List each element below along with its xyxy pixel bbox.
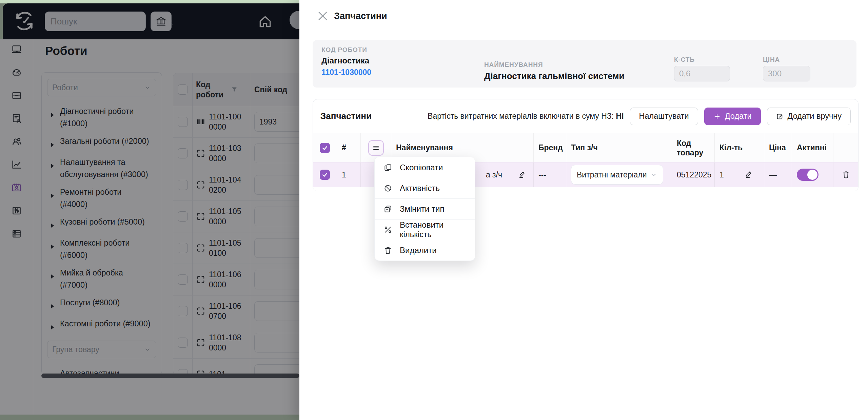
ban-icon — [383, 184, 392, 193]
drawer-title: Запчастини — [334, 11, 387, 21]
consumables-note: Вартість витратних матеріалів включати в… — [428, 112, 624, 121]
menu-item-delete[interactable]: Видалити — [375, 240, 475, 261]
edit-pencil-icon[interactable] — [744, 170, 753, 179]
section-title: Запчастини — [320, 111, 372, 121]
row-context-menu: Скопіювати Активність Змінити тип Встано… — [374, 157, 475, 261]
select-all-checkbox[interactable] — [320, 143, 330, 153]
column-header-index: # — [337, 133, 360, 162]
work-name-label: НАЙМЕНУВАННЯ — [484, 61, 674, 69]
row-checkbox[interactable] — [320, 170, 330, 180]
qty-label: К-СТЬ — [674, 56, 763, 63]
edit-pencil-icon[interactable] — [518, 170, 527, 179]
work-info-card: КОД РОБОТИ Діагностика 1101-1030000 НАЙМ… — [313, 40, 856, 88]
menu-item-set-quantity[interactable]: Встановити кількість — [375, 219, 475, 240]
part-name: а з/ч — [486, 170, 502, 179]
column-header-product-code: Код товару — [672, 133, 714, 162]
part-qty: 1 — [719, 170, 724, 179]
hamburger-icon — [372, 144, 380, 152]
work-code-link[interactable]: 1101-1030000 — [321, 68, 484, 77]
menu-item-change-type[interactable]: Змінити тип — [375, 198, 475, 219]
modal-backdrop[interactable] — [0, 3, 299, 420]
close-icon[interactable] — [316, 9, 329, 22]
column-header-type: Тип з/ч — [566, 133, 672, 162]
menu-item-copy[interactable]: Скопіювати — [375, 157, 475, 178]
row-index: 1 — [337, 163, 360, 187]
work-group-name: Діагностика — [321, 56, 484, 65]
column-header-brand: Бренд — [533, 133, 566, 162]
bulk-actions-menu-button[interactable] — [368, 140, 384, 156]
column-header-qty: Кіл-ть — [714, 133, 764, 162]
percent-icon — [383, 225, 392, 234]
edit-square-icon — [776, 113, 784, 120]
column-header-price: Ціна — [764, 133, 792, 162]
copy-icon — [383, 163, 392, 172]
part-price: — — [764, 163, 792, 187]
spare-parts-drawer: Запчастини КОД РОБОТИ Діагностика 1101-1… — [299, 0, 868, 420]
menu-item-activity[interactable]: Активність — [375, 178, 475, 198]
active-toggle[interactable] — [797, 169, 818, 181]
column-header-active: Активні — [792, 133, 833, 162]
plus-icon — [713, 113, 721, 120]
part-product-code: 05122025 — [672, 163, 714, 187]
spare-parts-header: Запчастини Вартість витратних матеріалів… — [313, 99, 858, 133]
work-code-label: КОД РОБОТИ — [321, 46, 484, 54]
configure-button[interactable]: Налаштувати — [630, 108, 698, 125]
qty-field — [674, 66, 730, 81]
chevron-down-icon — [650, 171, 657, 178]
work-name-value: Діагностика гальмівної системи — [484, 71, 674, 81]
add-button[interactable]: Додати — [704, 108, 761, 125]
price-label: ЦІНА — [763, 56, 810, 63]
trash-icon[interactable] — [842, 170, 850, 179]
price-field — [763, 66, 810, 81]
part-type-select[interactable]: Витратні матеріали — [571, 165, 663, 185]
change-type-icon — [383, 205, 392, 213]
trash-icon — [383, 246, 392, 255]
part-brand: --- — [533, 163, 566, 187]
consumables-value: Ні — [616, 112, 624, 120]
desktop-backdrop: Роботи Роботи Діагностичні роботи (#1000… — [0, 0, 868, 420]
add-manual-button[interactable]: Додати вручну — [767, 108, 851, 125]
